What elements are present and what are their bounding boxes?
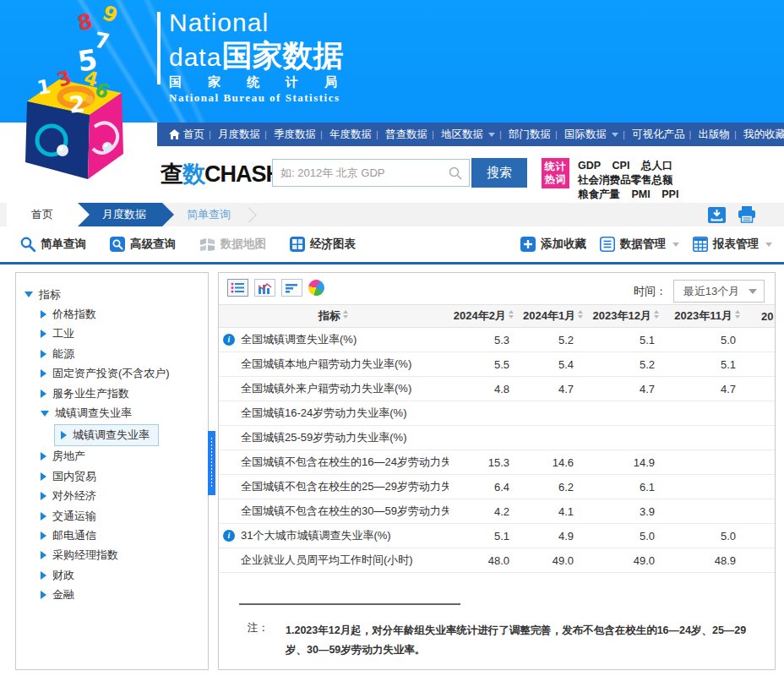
download-icon[interactable] <box>708 207 726 223</box>
nav-item-home[interactable]: 首页 <box>162 128 211 142</box>
table-row[interactable]: 全国城镇外来户籍劳动力失业率(%) 4.8 4.7 4.7 4.7 <box>219 377 776 401</box>
search-button[interactable]: 搜索 <box>471 158 527 188</box>
triangle-expanded-icon <box>24 292 33 297</box>
nav-item-departmental[interactable]: 部门数据 <box>502 128 558 142</box>
tree-item-foreign-economy[interactable]: 对外经济 <box>41 487 208 506</box>
hot-word-retail[interactable]: 社会消费品零售总额 <box>578 174 673 186</box>
data-table-panel: 时间： 最近13个月 指标 2024年2月 2024年1月 2023年12月 2… <box>218 272 776 670</box>
tree-item-services-index[interactable]: 服务业生产指数 <box>41 384 208 403</box>
sort-icon <box>509 310 514 319</box>
time-range-select[interactable]: 最近13个月 <box>673 280 765 303</box>
triangle-collapsed-icon <box>41 571 46 580</box>
view-list-button[interactable] <box>227 279 248 297</box>
table-row[interactable]: 全国城镇25-59岁劳动力失业率(%) <box>219 426 776 450</box>
tab-simple-query[interactable]: 简单查询 <box>179 203 238 226</box>
triangle-collapsed-icon <box>41 350 46 358</box>
tree-item-industry[interactable]: 工业 <box>41 324 208 344</box>
breadcrumb-tabstrip: 月度数据 首页 简单查询 <box>0 203 784 226</box>
toolbar-economic-charts[interactable]: 经济图表 <box>290 237 356 252</box>
column-header-2023-12[interactable]: 2023年12月 <box>587 305 668 328</box>
hot-word-ppi[interactable]: PPI <box>662 188 678 200</box>
column-header-2024-01[interactable]: 2024年1月 <box>523 305 587 328</box>
table-row[interactable]: 全国城镇16-24岁劳动力失业率(%) <box>219 401 776 426</box>
view-bar-chart-button[interactable] <box>254 279 275 297</box>
column-header-2023-11[interactable]: 2023年11月 <box>668 305 749 328</box>
column-header-2024-02[interactable]: 2024年2月 <box>449 305 523 328</box>
query-toolbar: 简单查询 高级查询 数据地图 <box>0 226 784 262</box>
nav-item-visualization[interactable]: 可视化产品 <box>625 128 692 142</box>
tree-item-pmi[interactable]: 采购经理指数 <box>41 546 208 565</box>
tree-item-transportation[interactable]: 交通运输 <box>41 506 208 526</box>
table-row[interactable]: 企业就业人员周平均工作时间(小时) 48.0 49.0 49.0 48.9 <box>219 548 776 573</box>
tab-home[interactable]: 首页 <box>7 203 90 226</box>
hot-word-cpi[interactable]: CPI <box>612 160 630 172</box>
tree-item-domestic-trade[interactable]: 国内贸易 <box>41 466 208 486</box>
column-header-indicator[interactable]: 指标 <box>219 305 449 328</box>
search-input[interactable] <box>273 166 449 179</box>
tree-item-finance[interactable]: 金融 <box>41 585 208 604</box>
hot-word-gdp[interactable]: GDP <box>578 160 601 172</box>
tree-item-real-estate[interactable]: 房地产 <box>41 447 208 466</box>
triangle-collapsed-icon <box>41 551 46 559</box>
table-header-row: 指标 2024年2月 2024年1月 2023年12月 2023年11月 20 <box>219 305 776 328</box>
nav-item-census[interactable]: 普查数据 <box>378 128 434 142</box>
time-range-label: 时间： <box>634 284 667 299</box>
table-row[interactable]: 全国城镇不包含在校生的25—29岁劳动力失业率(%) 6.4 6.2 6.1 <box>219 475 776 499</box>
logo-title-cjk: 国家数据 <box>221 38 343 73</box>
list-document-icon <box>600 237 615 252</box>
tree-item-energy[interactable]: 能源 <box>41 344 208 363</box>
nav-item-annual[interactable]: 年度数据 <box>323 128 378 142</box>
report-management-menu[interactable]: 报表管理 <box>693 237 772 252</box>
plus-icon <box>520 237 536 252</box>
triangle-collapsed-icon <box>41 492 46 500</box>
data-management-menu[interactable]: 数据管理 <box>600 237 679 252</box>
add-favorite-button[interactable]: 添加收藏 <box>520 237 586 252</box>
tree-item-urban-unemployment[interactable]: 城镇调查失业率 <box>41 403 208 422</box>
table-row[interactable]: 31个大城市城镇调查失业率(%) 5.1 4.9 5.0 5.0 <box>219 524 776 548</box>
tree-item-price-index[interactable]: 价格指数 <box>41 304 208 324</box>
logo-subtitle-cn: 国家统计局 <box>169 74 363 90</box>
hot-word-grain[interactable]: 粮食产量 <box>578 188 620 200</box>
info-icon[interactable] <box>223 530 235 542</box>
column-header-clipped: 20 <box>749 305 776 328</box>
table-row[interactable]: 全国城镇本地户籍劳动力失业率(%) 5.5 5.4 5.2 5.1 <box>219 352 776 377</box>
tree-item-fiscal[interactable]: 财政 <box>41 565 208 585</box>
note-divider-line <box>239 603 460 605</box>
home-icon <box>169 129 180 139</box>
map-icon <box>199 237 215 252</box>
nav-item-regional[interactable]: 地区数据 <box>434 128 502 142</box>
indicator-tree-panel: 指标 价格指数 工业 能源 固定资产投资(不含农户) 服务业生产指数 城镇调查失… <box>15 272 209 670</box>
panel-splitter[interactable] <box>208 431 215 495</box>
list-view-icon <box>231 282 245 293</box>
table-row[interactable]: 全国城镇不包含在校生的30—59岁劳动力失业率(%) 4.2 4.1 3.9 <box>219 499 776 524</box>
nav-item-international[interactable]: 国际数据 <box>558 128 625 142</box>
table-grid-icon <box>693 237 708 252</box>
search-icon <box>20 237 35 252</box>
logo-title-line2: data国家数据 <box>169 35 343 77</box>
toolbar-simple-query[interactable]: 简单查询 <box>20 237 86 252</box>
hot-word-population[interactable]: 总人口 <box>641 160 673 172</box>
tree-item-urban-unemployment-selected[interactable]: 城镇调查失业率 <box>54 424 159 446</box>
info-icon[interactable] <box>223 334 235 346</box>
print-icon[interactable] <box>737 206 757 223</box>
hot-word-pmi[interactable]: PMI <box>631 188 650 200</box>
chevron-down-icon <box>765 243 772 247</box>
advanced-search-icon <box>110 237 125 252</box>
nav-item-publications[interactable]: 出版物 <box>692 128 738 142</box>
nav-item-monthly[interactable]: 月度数据 <box>211 128 267 142</box>
nav-item-favorites[interactable]: 我的收藏 <box>737 128 784 142</box>
toolbar-advanced-query[interactable]: 高级查询 <box>110 237 176 252</box>
nav-item-quarterly[interactable]: 季度数据 <box>267 128 323 142</box>
toolbar-data-map[interactable]: 数据地图 <box>199 237 266 252</box>
view-pie-chart-button[interactable] <box>306 277 327 298</box>
table-row[interactable]: 全国城镇调查失业率(%) 5.3 5.2 5.1 5.0 <box>219 328 776 352</box>
view-hbar-chart-button[interactable] <box>281 279 302 297</box>
logo-subtitle-en: National Bureau of Statistics <box>169 91 340 105</box>
bar-chart-icon <box>258 282 272 294</box>
triangle-expanded-icon <box>41 411 49 417</box>
hot-words-links: GDP CPI 总人口 社会消费品零售总额 粮食产量 PMI PPI <box>578 159 772 202</box>
tree-item-fixed-assets[interactable]: 固定资产投资(不含农户) <box>41 364 208 384</box>
tree-root-indicators[interactable]: 指标 <box>24 285 208 304</box>
tree-item-post-telecom[interactable]: 邮电通信 <box>41 526 208 545</box>
table-row[interactable]: 全国城镇不包含在校生的16—24岁劳动力失业率(%) 15.3 14.6 14.… <box>219 450 776 475</box>
